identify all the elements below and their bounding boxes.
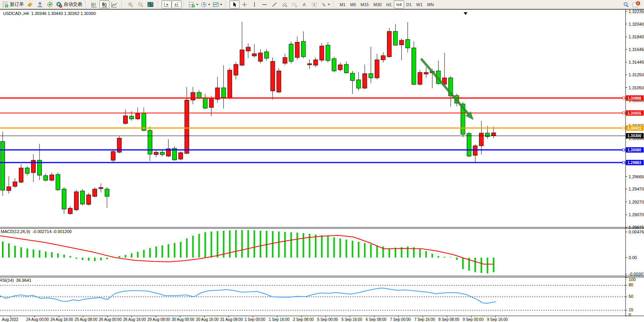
- notifications-button[interactable]: 1: [631, 0, 641, 8]
- timeframe-button-w1[interactable]: W1: [414, 0, 425, 8]
- candle-body: [185, 100, 189, 153]
- toolbar-separator: [157, 1, 160, 8]
- line-chart-mode-button[interactable]: [109, 0, 119, 8]
- metaeditor-button[interactable]: [25, 0, 35, 8]
- rsi-indicator-label: RSI(14) 36.9641: [0, 278, 31, 283]
- fibonacci-tool-button[interactable]: F: [289, 0, 299, 8]
- price-chart-canvas[interactable]: 1.322351.320401.318401.316451.314451.312…: [0, 9, 644, 322]
- chart-shift-button[interactable]: [172, 0, 182, 8]
- time-axis-label: 30 Aug 00:00: [172, 317, 194, 322]
- auto-trading-button[interactable]: 自动交易: [55, 0, 83, 8]
- candlestick: [7, 176, 11, 194]
- rsi-axis-label: 15: [629, 307, 633, 312]
- timeframe-button-d1[interactable]: D1: [404, 0, 414, 8]
- channel-tool-button[interactable]: E: [279, 0, 289, 8]
- cursor-tool-button[interactable]: [230, 0, 239, 8]
- candlestick: [473, 144, 477, 163]
- time-axis-label: 2 Sep 08:00: [293, 317, 314, 322]
- label-tool-button[interactable]: T: [309, 0, 319, 8]
- candlestick: [160, 150, 164, 156]
- periods-button[interactable]: [200, 0, 211, 8]
- line-anchor-handle[interactable]: [623, 97, 625, 99]
- candle-body: [178, 153, 183, 159]
- timeframe-button-m5[interactable]: M5: [348, 0, 358, 8]
- candle-body: [369, 74, 373, 78]
- price-line-label: 1.30655: [627, 111, 642, 115]
- new-order-button[interactable]: 新订单: [1, 0, 25, 8]
- price-axis-label: 1.31250: [629, 72, 644, 77]
- candle-body: [258, 53, 263, 61]
- candlestick: [400, 38, 404, 60]
- clock-icon: [201, 2, 207, 8]
- candle-body: [7, 187, 11, 191]
- arrows-tool-button[interactable]: [319, 0, 331, 8]
- candlestick: [68, 206, 72, 215]
- timeframe-button-m1[interactable]: M1: [337, 0, 348, 8]
- candlestick: [99, 183, 103, 192]
- candlestick: [264, 49, 269, 61]
- candle-body: [492, 133, 496, 136]
- text-tool-button[interactable]: A: [299, 0, 309, 8]
- line-anchor-handle[interactable]: [623, 127, 625, 129]
- time-axis-label: 26 Aug 16:00: [123, 317, 146, 322]
- candlestick: [19, 164, 23, 183]
- signals-button[interactable]: [45, 0, 55, 8]
- text-icon: A: [301, 2, 307, 8]
- candle-body: [332, 59, 336, 71]
- candle-body: [264, 52, 269, 58]
- candlestick: [326, 42, 330, 62]
- candle-body: [1, 141, 5, 190]
- time-axis-label: 9 Sep 16:00: [487, 317, 508, 322]
- line-anchor-handle[interactable]: [623, 112, 625, 114]
- candle-body: [295, 42, 299, 58]
- search-button[interactable]: [621, 0, 631, 8]
- trendline-tool-button[interactable]: [269, 0, 279, 8]
- candle-body: [135, 113, 140, 119]
- candlestick: [307, 59, 312, 69]
- timeframe-button-h4[interactable]: H4: [394, 0, 404, 8]
- auto-scroll-button[interactable]: [162, 0, 172, 8]
- chart-shift-marker[interactable]: [464, 12, 467, 15]
- candlestick: [387, 28, 391, 58]
- candlestick: [191, 87, 195, 104]
- candlestick: [332, 57, 336, 72]
- candlestick: [13, 178, 17, 188]
- crosshair-tool-button[interactable]: [239, 0, 249, 8]
- vertical-line-tool-button[interactable]: [249, 0, 259, 8]
- candle-body: [56, 174, 60, 190]
- expert-advisor-button[interactable]: [35, 0, 45, 8]
- tile-windows-button[interactable]: [145, 0, 155, 8]
- toolbar-separator: [121, 1, 124, 8]
- zoom-in-button[interactable]: [125, 0, 135, 8]
- candlestick: [203, 94, 207, 109]
- candle-chart-mode-button[interactable]: [99, 0, 109, 8]
- horizontal-line-tool-button[interactable]: [259, 0, 269, 8]
- price-axis-label: 1.29070: [629, 212, 644, 217]
- zoom-out-button[interactable]: [135, 0, 145, 8]
- time-axis-label: Aug 2022: [2, 317, 18, 322]
- templates-button[interactable]: [211, 0, 223, 8]
- trend-arrow-line[interactable]: [421, 59, 469, 114]
- candle-body: [424, 72, 428, 74]
- line-anchor-handle[interactable]: [623, 161, 625, 164]
- price-axis-label: 1.29470: [629, 187, 644, 191]
- candle-body: [283, 58, 287, 63]
- candlestick-icon: [101, 2, 107, 8]
- candle-body: [105, 189, 109, 196]
- chart-window[interactable]: USDCAD-,H4 1.30346 1.30443 1.30262 1.303…: [0, 9, 644, 322]
- indicators-button[interactable]: [188, 0, 200, 8]
- svg-text:E: E: [286, 5, 287, 7]
- timeframe-button-m15[interactable]: M15: [358, 0, 371, 8]
- line-chart-icon: [111, 2, 117, 8]
- timeframe-button-m30[interactable]: M30: [371, 0, 384, 8]
- line-anchor-handle[interactable]: [623, 149, 625, 151]
- ohlc-values: 1.30346 1.30443 1.30262 1.30300: [31, 11, 96, 16]
- timeframe-button-mn[interactable]: MN: [425, 0, 436, 8]
- svg-text:T: T: [313, 3, 315, 7]
- candlestick: [350, 71, 355, 94]
- timeframe-button-h1[interactable]: H1: [384, 0, 394, 8]
- candlestick: [80, 189, 84, 205]
- candlestick: [240, 22, 244, 66]
- bar-chart-mode-button[interactable]: [89, 0, 99, 8]
- time-axis-label: 25 Aug 08:00: [75, 317, 97, 322]
